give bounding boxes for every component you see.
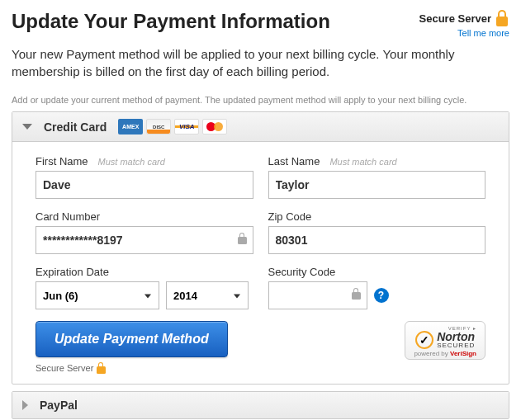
chevron-down-icon	[22, 124, 32, 130]
last-name-input[interactable]	[268, 171, 486, 199]
secure-server-badge: Secure Server Tell me more	[419, 10, 509, 39]
intro-text: Your new Payment method will be applied …	[12, 45, 509, 80]
paypal-panel-header[interactable]: PayPal	[12, 392, 509, 418]
exp-year-select[interactable]: 2014	[166, 281, 249, 309]
card-number-input[interactable]	[36, 226, 253, 254]
helper-text: Add or update your current method of pay…	[12, 95, 509, 105]
expiration-label: Expiration Date	[36, 266, 109, 278]
norton-name: Norton	[437, 331, 475, 342]
checkmark-icon: ✓	[415, 331, 433, 349]
norton-secured-badge[interactable]: VERIFY ▸ ✓ Norton SECURED powered by Ver…	[405, 321, 485, 360]
first-name-hint: Must match card	[98, 157, 165, 167]
credit-card-panel: Credit Card First Name Must match card L…	[12, 111, 509, 385]
zip-label: Zip Code	[268, 210, 312, 223]
credit-card-panel-header[interactable]: Credit Card	[12, 112, 509, 142]
exp-month-select[interactable]: Jun (6)	[36, 281, 159, 309]
card-number-label: Card Number	[36, 210, 100, 223]
page-title: Update Your Payment Information	[12, 10, 330, 33]
card-brand-icons	[118, 119, 227, 134]
zip-input[interactable]	[268, 226, 486, 254]
security-code-label: Security Code	[268, 266, 336, 278]
chevron-right-icon	[22, 400, 28, 410]
last-name-label: Last Name	[268, 155, 320, 168]
discover-icon	[146, 119, 171, 134]
secure-server-label: Secure Server	[419, 12, 491, 25]
amex-icon	[118, 119, 143, 134]
tell-me-more-link[interactable]: Tell me more	[457, 28, 509, 38]
mastercard-icon	[202, 119, 227, 134]
security-code-input[interactable]	[268, 281, 367, 309]
update-payment-button[interactable]: Update Payment Method	[36, 321, 228, 357]
first-name-label: First Name	[36, 155, 88, 168]
lock-icon	[97, 362, 106, 374]
first-name-input[interactable]	[36, 171, 253, 199]
visa-icon	[174, 119, 199, 134]
last-name-hint: Must match card	[329, 157, 396, 167]
lock-icon	[495, 10, 509, 26]
paypal-panel: PayPal	[12, 391, 509, 419]
secure-server-small-label: Secure Server	[36, 363, 93, 373]
norton-secured-label: SECURED	[437, 342, 475, 349]
credit-card-title: Credit Card	[44, 120, 107, 134]
paypal-title: PayPal	[40, 399, 78, 412]
help-icon[interactable]: ?	[374, 288, 389, 303]
